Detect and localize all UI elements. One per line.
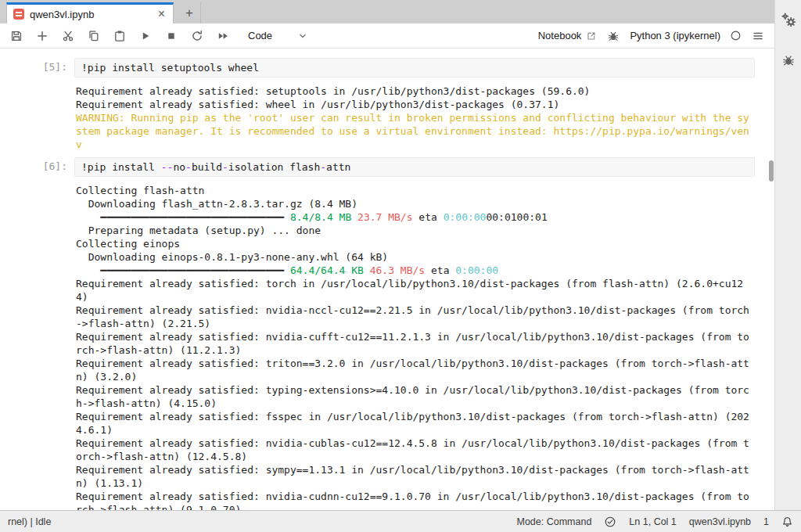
kernel-status-label: rnel) | Idle — [8, 516, 51, 527]
cut-icon — [62, 30, 74, 42]
debugger-button[interactable] — [606, 29, 620, 43]
notebook-toolbar: Code Notebook Python 3 (ipykernel) — [0, 23, 774, 49]
jupyterlab-window: qwen3vl.ipynb × + — [0, 0, 801, 532]
output-line: Requirement already satisfied: triton==3… — [76, 357, 774, 370]
debugger-sidebar-button[interactable] — [780, 52, 797, 69]
output-line: rch->flash-attn) (9.1.0.70) — [76, 503, 774, 510]
bell-icon[interactable] — [781, 516, 793, 527]
restart-kernel-button[interactable] — [190, 29, 204, 43]
tab-qwen3vl[interactable]: qwen3vl.ipynb × — [6, 2, 174, 23]
fast-forward-icon — [217, 30, 229, 42]
run-icon — [139, 30, 152, 42]
output-line: n) (3.2.0) — [76, 370, 774, 383]
paste-cells-button[interactable] — [113, 29, 127, 43]
output-line: Downloading flash_attn-2.8.3.tar.gz (8.4… — [76, 197, 774, 210]
output-line: ->flash-attn) (2.21.5) — [76, 317, 774, 330]
run-cell-button[interactable] — [138, 29, 153, 43]
output-line: Collecting einops — [76, 237, 774, 250]
gears-icon — [781, 12, 796, 27]
external-link-icon — [586, 31, 597, 41]
output-line: Requirement already satisfied: wheel in … — [76, 98, 774, 111]
stop-kernel-button[interactable] — [164, 29, 178, 43]
cell-type-value: Code — [248, 30, 272, 41]
mode-indicator: Mode: Command — [516, 516, 591, 527]
kernel-status-icon — [730, 30, 742, 41]
cell-outputs: Collecting flash-attn Downloading flash_… — [76, 184, 774, 510]
add-cell-icon — [36, 30, 48, 42]
cell-type-dropdown[interactable]: Code — [248, 30, 308, 41]
output-line: Requirement already satisfied: nvidia-nc… — [76, 304, 774, 317]
statusbar-filename: qwen3vl.ipynb — [689, 516, 751, 527]
main-scrollbar[interactable] — [767, 49, 774, 510]
toolbar-menu-button[interactable] — [751, 29, 765, 43]
output-line: Requirement already satisfied: fsspec in… — [76, 410, 774, 423]
output-line: Requirement already satisfied: sympy==1.… — [76, 463, 774, 476]
restart-icon — [191, 30, 203, 42]
cell-prompt: [5]: — [0, 58, 67, 77]
notebook-cell: [5]:!pip install setuptools wheelRequire… — [0, 58, 774, 151]
notebook-mode-button[interactable]: Notebook — [538, 30, 598, 41]
output-line: Requirement already satisfied: torch in … — [76, 277, 774, 290]
bug-icon — [781, 53, 796, 67]
cell-outputs: Requirement already satisfied: setuptool… — [76, 84, 774, 151]
output-line: Collecting flash-attn — [76, 184, 774, 197]
close-icon[interactable]: × — [156, 8, 167, 20]
copy-icon — [88, 30, 100, 42]
kernel-name-button[interactable]: Python 3 (ipykernel) — [630, 30, 720, 41]
output-line: rch->flash-attn) (11.2.1.3) — [76, 343, 774, 357]
output-line: Requirement already satisfied: nvidia-cu… — [76, 330, 774, 343]
output-line: Downloading einops-0.8.1-py3-none-any.wh… — [76, 250, 774, 264]
status-bar: rnel) | Idle Mode: Command Ln 1, Col 1 q… — [0, 510, 801, 532]
menu-icon — [752, 30, 764, 42]
property-inspector-button[interactable] — [780, 11, 797, 28]
right-sidebar — [774, 0, 801, 510]
output-line: 4.6.1) — [76, 423, 774, 437]
notebook-mode-label: Notebook — [538, 30, 582, 41]
cell-prompt: [6]: — [0, 157, 67, 177]
restart-run-all-button[interactable] — [216, 29, 230, 43]
output-line: n) (1.13.1) — [76, 476, 774, 490]
output-line: v — [76, 138, 774, 151]
notification-count: 1 — [763, 516, 769, 527]
output-line: Requirement already satisfied: typing-ex… — [76, 383, 774, 397]
output-line: Requirement already satisfied: nvidia-cu… — [76, 490, 774, 503]
output-line: WARNING: Running pip as the 'root' user … — [76, 111, 774, 124]
notebook-panel: [5]:!pip install setuptools wheelRequire… — [0, 49, 774, 510]
save-icon — [10, 30, 23, 42]
cursor-position[interactable]: Ln 1, Col 1 — [629, 516, 676, 527]
check-circle-icon — [604, 516, 616, 528]
output-line: 4) — [76, 290, 774, 304]
notebook-file-icon — [13, 9, 24, 20]
new-tab-button[interactable]: + — [178, 2, 201, 23]
output-line: orch->flash-attn) (12.4.5.8) — [76, 450, 774, 463]
chevron-down-icon — [297, 31, 308, 41]
paste-icon — [113, 30, 126, 42]
output-line: ━━━━━━━━━━━━━━━━━━━━━━━━━━━━━━ 64.4/64.4… — [76, 264, 774, 277]
output-line: Requirement already satisfied: setuptool… — [76, 84, 774, 98]
tab-title: qwen3vl.ipynb — [30, 9, 151, 20]
save-button[interactable] — [9, 29, 23, 43]
notebook-cells: [5]:!pip install setuptools wheelRequire… — [0, 49, 774, 510]
output-line: ━━━━━━━━━━━━━━━━━━━━━━━━━━━━━━ 8.4/8.4 M… — [76, 210, 774, 224]
stop-icon — [165, 30, 178, 42]
bug-icon — [607, 30, 620, 42]
cell-input-editor[interactable]: !pip install setuptools wheel — [74, 58, 755, 77]
output-line: Requirement already satisfied: nvidia-cu… — [76, 437, 774, 450]
cut-cells-button[interactable] — [61, 29, 75, 43]
scrollbar-thumb[interactable] — [769, 160, 774, 182]
notebook-cell: [6]:!pip install --no-build-isolation fl… — [0, 157, 774, 510]
tab-bar: qwen3vl.ipynb × + — [0, 0, 801, 24]
output-line: Preparing metadata (setup.py) ... done — [76, 224, 774, 237]
output-line: stem package manager. It is recommended … — [76, 124, 774, 138]
copy-cells-button[interactable] — [87, 29, 101, 43]
add-cell-button[interactable] — [35, 29, 49, 43]
output-line: h->flash-attn) (4.15.0) — [76, 397, 774, 410]
cell-input-editor[interactable]: !pip install --no-build-isolation flash-… — [74, 157, 755, 177]
